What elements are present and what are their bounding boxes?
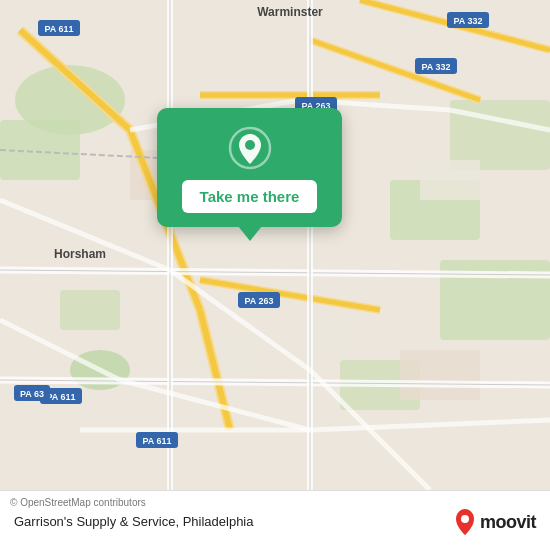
svg-rect-5 bbox=[60, 290, 120, 330]
svg-text:Horsham: Horsham bbox=[54, 247, 106, 261]
svg-rect-12 bbox=[400, 350, 480, 400]
map-attribution: © OpenStreetMap contributors bbox=[10, 497, 146, 508]
svg-text:PA 332: PA 332 bbox=[421, 62, 450, 72]
bottom-bar: © OpenStreetMap contributors Garrison's … bbox=[0, 490, 550, 550]
moovit-pin-icon bbox=[454, 508, 476, 536]
location-pin-icon bbox=[228, 126, 272, 170]
svg-text:Warminster: Warminster bbox=[257, 5, 323, 19]
svg-text:PA 263: PA 263 bbox=[244, 296, 273, 306]
take-me-there-button[interactable]: Take me there bbox=[182, 180, 318, 213]
popup-card: Take me there bbox=[157, 108, 342, 227]
svg-text:PA 611: PA 611 bbox=[44, 24, 73, 34]
svg-text:PA 63: PA 63 bbox=[20, 389, 44, 399]
map-container: PA 611 PA 332 PA 332 PA 263 PA 263 Warmi… bbox=[0, 0, 550, 490]
location-label: Garrison's Supply & Service, Philadelphi… bbox=[14, 512, 254, 529]
svg-text:PA 611: PA 611 bbox=[46, 392, 75, 402]
svg-point-68 bbox=[461, 515, 469, 523]
svg-point-67 bbox=[245, 140, 255, 150]
svg-text:PA 611: PA 611 bbox=[142, 436, 171, 446]
moovit-logo: moovit bbox=[454, 508, 536, 536]
map-background: PA 611 PA 332 PA 332 PA 263 PA 263 Warmi… bbox=[0, 0, 550, 490]
svg-rect-13 bbox=[420, 160, 480, 200]
svg-text:PA 332: PA 332 bbox=[453, 16, 482, 26]
moovit-brand-text: moovit bbox=[480, 512, 536, 533]
